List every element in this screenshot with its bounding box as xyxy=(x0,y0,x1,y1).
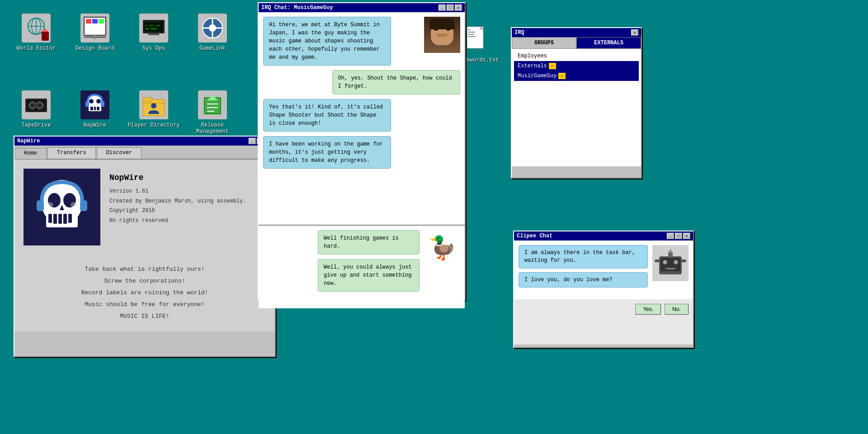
clipee-close[interactable]: ✕ xyxy=(683,233,690,239)
clipee-messages: I am always there in the task bar, waiti… xyxy=(519,245,648,295)
clipee-message-1: I love you, do you love me? xyxy=(519,272,648,288)
externals-warning-icon: ⚠ xyxy=(549,63,556,69)
gamelink-icon xyxy=(198,14,227,42)
svg-rect-42 xyxy=(97,107,99,110)
svg-point-75 xyxy=(46,202,53,208)
chat-message-1: Oh, yes. Shoot the Shape, how could I fo… xyxy=(332,70,460,94)
irq-group-employees[interactable]: Employees xyxy=(514,51,639,61)
clipee-titlebar: Clipee Chat _ □ ✕ xyxy=(514,231,693,241)
napwire-app-name: NopWire xyxy=(109,173,246,182)
clipee-yes-button[interactable]: Yes. xyxy=(635,304,661,315)
clipee-title: Clipee Chat xyxy=(517,233,667,239)
irq-chat-window: IRQ Chat: MusicGameGuy _ □ ✕ Hi there, w… xyxy=(258,2,466,301)
napwire-tabs: Home Transfers Discover xyxy=(14,146,275,160)
clipee-avatar xyxy=(652,245,689,281)
napwire-tab-transfers[interactable]: Transfers xyxy=(47,147,96,159)
napwire-tab-discover[interactable]: Discover xyxy=(97,147,142,159)
svg-rect-72 xyxy=(68,214,72,223)
svg-rect-86 xyxy=(670,250,671,253)
napwire-icon xyxy=(80,90,109,119)
svg-rect-11 xyxy=(99,19,104,24)
player-directory-icon xyxy=(139,90,168,119)
rubber-duck-icon: 🦆 xyxy=(424,230,460,266)
svg-rect-41 xyxy=(94,107,96,110)
svg-rect-69 xyxy=(53,214,57,224)
svg-text:OK 100%: OK 100% xyxy=(146,27,157,30)
irq-title: IRQ xyxy=(514,29,631,36)
irq-close[interactable]: ✕ xyxy=(631,29,638,36)
chat-message-0: Hi there, we met at Byte Summit in Japan… xyxy=(263,17,391,66)
irq-chat-close[interactable]: ✕ xyxy=(455,5,462,11)
irq-group-externals[interactable]: Externals ⚠ xyxy=(514,61,639,71)
clipee-input-area: Yes. No. xyxy=(514,299,693,344)
napwire-tab-home[interactable]: Home xyxy=(14,148,47,159)
passwords-file-img xyxy=(467,25,489,55)
napwire-label: NapWire xyxy=(84,122,106,128)
clipee-minimize[interactable]: _ xyxy=(667,233,674,239)
icon-world-editor[interactable]: World Editor xyxy=(9,9,63,81)
svg-rect-58 xyxy=(468,29,471,30)
irq-tab-groups[interactable]: GROUPS xyxy=(512,37,576,49)
svg-rect-5 xyxy=(42,32,49,41)
napwire-minimize[interactable]: _ xyxy=(249,138,256,144)
chat-avatar xyxy=(424,17,460,53)
chat-messages-upper[interactable]: Hi there, we met at Byte Summit in Japan… xyxy=(259,12,465,225)
chat-lower-messages-list: Well finishing games is hard. Well, you … xyxy=(263,230,420,304)
irq-chat-minimize[interactable]: _ xyxy=(439,5,446,11)
gamelink-label: GameLink xyxy=(199,45,226,52)
icon-design-board[interactable]: Design Board xyxy=(68,9,122,81)
musicgameguy-label: MusicGameGuy xyxy=(518,73,557,79)
napwire-home-content: NopWire Version 1.61 Created by Benjamin… xyxy=(14,160,275,255)
player-directory-label: Player Directory xyxy=(127,122,179,128)
napwire-titlebar: NapWire _ □ ✕ xyxy=(14,137,275,146)
clipee-message-0: I am always there in the task bar, waiti… xyxy=(519,245,648,269)
irq-contact-musicgameguy[interactable]: MusicGameGuy ⚠ xyxy=(514,71,639,81)
svg-point-80 xyxy=(664,261,666,264)
svg-rect-47 xyxy=(143,98,152,101)
svg-point-49 xyxy=(151,103,156,108)
clipee-maximize[interactable]: □ xyxy=(675,233,682,239)
svg-rect-13 xyxy=(93,35,97,39)
svg-rect-9 xyxy=(86,19,91,24)
svg-point-82 xyxy=(675,261,677,264)
napwire-window: NapWire _ □ ✕ Home Transfers Discover xyxy=(14,136,276,357)
irq-employees-label: Employees xyxy=(518,53,547,59)
irq-chat-titlebar: IRQ Chat: MusicGameGuy _ □ ✕ xyxy=(259,3,465,12)
irq-contact-list: Employees Externals ⚠ MusicGameGuy ⚠ xyxy=(512,49,641,166)
svg-point-22 xyxy=(209,24,216,32)
napwire-info: NopWire Version 1.61 Created by Benjamin… xyxy=(109,169,246,226)
tagline-3: Record labels are ruining the world! xyxy=(24,287,266,299)
irq-controls: ✕ xyxy=(631,29,638,36)
sys-ops-label: Sys Ops xyxy=(142,45,165,52)
svg-point-76 xyxy=(71,202,78,208)
svg-rect-59 xyxy=(468,32,475,33)
svg-rect-84 xyxy=(667,269,674,269)
napwire-taglines: Take back what is rightfully ours! Screw… xyxy=(14,255,275,331)
chat-message-2: Yes that's it! Kind of, it's called Shap… xyxy=(263,99,391,132)
icon-sys-ops[interactable]: > run sys OK 100% Sys Ops xyxy=(127,9,181,81)
irq-chat-maximize[interactable]: □ xyxy=(447,5,454,11)
svg-rect-43 xyxy=(85,101,89,107)
svg-point-38 xyxy=(89,99,94,104)
irq-tabs: GROUPS EXTERNALS xyxy=(512,37,641,49)
chat-messages-lower: Well finishing games is hard. Well, you … xyxy=(259,225,465,308)
clipee-window: Clipee Chat _ □ ✕ I am always there in t… xyxy=(513,231,694,348)
irq-tab-externals[interactable]: EXTERNALS xyxy=(576,37,641,49)
release-management-icon xyxy=(198,90,227,119)
irq-externals-label: Externals xyxy=(518,63,547,69)
tagline-2: Screw the corporations! xyxy=(24,275,266,287)
svg-rect-70 xyxy=(58,214,62,224)
svg-rect-40 xyxy=(90,107,93,110)
clipee-no-button[interactable]: No. xyxy=(665,304,689,315)
sys-ops-icon: > run sys OK 100% xyxy=(139,14,168,42)
svg-rect-73 xyxy=(37,200,44,211)
release-management-label: Release Management xyxy=(185,122,240,135)
icon-gamelink[interactable]: GameLink xyxy=(185,9,240,81)
svg-rect-68 xyxy=(48,214,52,223)
irq-chat-controls: _ □ ✕ xyxy=(439,5,462,11)
irq-titlebar: IRQ ✕ xyxy=(512,28,641,37)
svg-rect-44 xyxy=(101,101,104,107)
world-editor-label: World Editor xyxy=(17,45,56,52)
svg-rect-10 xyxy=(92,19,98,24)
irq-chat-title: IRQ Chat: MusicGameGuy xyxy=(261,5,439,11)
